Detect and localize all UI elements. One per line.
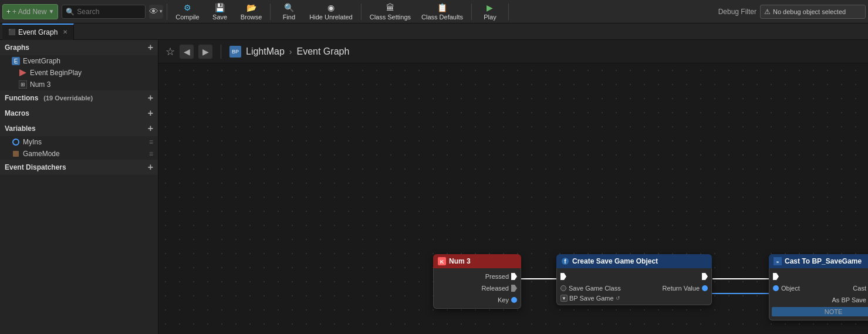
sidebar-item-myins[interactable]: MyIns ≡	[0, 136, 158, 148]
cast-object-row: Object Cast Failed	[769, 282, 868, 294]
svg-text:E: E	[14, 58, 18, 65]
macros-label: Macros	[5, 109, 29, 117]
num3-pressed-exec-pin	[511, 273, 517, 280]
cast-object-pin: Object	[773, 285, 800, 292]
compile-icon: ⚙	[182, 2, 192, 13]
cast-node-title: Cast To BP_SaveGame	[785, 257, 862, 265]
cast-exec-in-pin	[773, 273, 779, 280]
add-graph-button[interactable]: +	[148, 43, 153, 52]
event-graph-tab[interactable]: ⬛ Event Graph ✕	[2, 23, 74, 40]
csgo-reset-icon[interactable]: ↺	[616, 295, 620, 301]
num3-node-title: Num 3	[449, 257, 471, 265]
cast-note-label: NOTE	[825, 308, 843, 315]
play-button[interactable]: ▶ Play	[475, 1, 505, 22]
sidebar-item-num3[interactable]: ⊞ Num 3	[0, 79, 158, 90]
add-function-button[interactable]: +	[148, 93, 153, 103]
gamemode-icon	[12, 150, 20, 158]
view-options-button[interactable]: 👁 ▼	[149, 5, 163, 19]
debug-filter-area: Debug Filter ⚠ No debug object selected	[718, 5, 866, 19]
num3-pressed-label: Pressed	[485, 273, 509, 280]
event-graph-label: EventGraph	[23, 57, 60, 65]
debug-filter-label: Debug Filter	[718, 8, 756, 16]
variables-section-header[interactable]: Variables +	[0, 121, 158, 136]
breadcrumb-back-button[interactable]: ◀	[180, 45, 194, 59]
chevron-down-icon: ▼	[48, 8, 54, 15]
event-begin-play-icon	[19, 69, 27, 77]
debug-filter-dropdown[interactable]: ⚠ No debug object selected	[760, 5, 866, 19]
compile-label: Compile	[175, 14, 199, 21]
graphs-section-header[interactable]: Graphs +	[0, 40, 158, 55]
csgo-exec-in-pin	[560, 273, 566, 280]
num3-pressed-row: Pressed	[434, 271, 521, 282]
cast-as-pin: As BP Save Game	[832, 296, 868, 303]
add-dispatcher-button[interactable]: +	[148, 163, 153, 172]
hide-unrelated-button[interactable]: ◉ Hide Unrelated	[305, 1, 357, 22]
num3-released-pin: Released	[482, 285, 517, 292]
tab-grid-icon: ⬛	[8, 29, 15, 35]
class-settings-icon: 🏛	[385, 2, 396, 13]
blueprint-icon: BP	[229, 46, 241, 58]
separator-4	[471, 4, 472, 20]
num3-node[interactable]: K Num 3 Pressed Released	[433, 254, 521, 309]
class-defaults-button[interactable]: 📋 Class Defaults	[417, 1, 468, 22]
breadcrumb-separator	[221, 45, 221, 59]
sidebar-item-gamemode[interactable]: GameMode ≡	[0, 148, 158, 160]
find-label: Find	[283, 14, 295, 21]
save-label: Save	[212, 14, 227, 21]
save-icon: 💾	[215, 2, 225, 13]
add-new-button[interactable]: + + Add New ▼	[2, 4, 58, 19]
create-save-game-node[interactable]: f Create Save Game Object	[556, 254, 712, 305]
csgo-bp-save-game-sub: ▼ BP Save Game ↺	[557, 294, 711, 302]
svg-text:»: »	[776, 259, 779, 265]
num3-node-body: Pressed Released Key	[433, 268, 521, 309]
create-save-game-title: Create Save Game Object	[572, 257, 658, 265]
breadcrumb-forward-button[interactable]: ▶	[198, 45, 212, 59]
functions-section-header[interactable]: Functions (19 Overridable) +	[0, 90, 158, 106]
save-button[interactable]: 💾 Save	[205, 1, 235, 22]
cast-node-header: » Cast To BP_SaveGame	[769, 254, 868, 268]
tab-close-button[interactable]: ✕	[63, 29, 67, 35]
eye-icon: 👁	[149, 6, 158, 17]
cast-note-bar[interactable]: NOTE	[772, 307, 868, 316]
cast-node[interactable]: » Cast To BP_SaveGame	[769, 254, 868, 320]
chevron-down-icon: ▼	[158, 9, 163, 14]
num3-key-pin: Key	[498, 296, 517, 303]
macros-section-header[interactable]: Macros +	[0, 106, 158, 121]
class-settings-button[interactable]: 🏛 Class Settings	[365, 1, 416, 22]
search-input[interactable]	[77, 8, 141, 16]
event-graph-breadcrumb-label: Event Graph	[297, 46, 350, 57]
find-button[interactable]: 🔍 Find	[274, 1, 303, 22]
separator-3	[361, 4, 362, 20]
browse-icon: 📂	[246, 2, 256, 13]
add-variable-button[interactable]: +	[148, 124, 153, 133]
class-defaults-label: Class Defaults	[421, 14, 463, 21]
play-label: Play	[484, 14, 496, 21]
browse-button[interactable]: 📂 Browse	[236, 1, 267, 22]
sidebar: Graphs + E EventGraph Event BeginPlay	[0, 40, 158, 334]
cast-icon: »	[774, 257, 782, 265]
csgo-exec-out	[702, 273, 708, 280]
myins-visibility-icon[interactable]: ≡	[149, 138, 153, 146]
graph-canvas[interactable]: K Num 3 Pressed Released	[158, 63, 868, 334]
compile-button[interactable]: ⚙ Compile	[171, 1, 204, 22]
arrow-right-icon: ▶	[202, 47, 209, 56]
csgo-save-game-class-label: Save Game Class	[569, 285, 621, 292]
hide-icon: ◉	[326, 2, 336, 13]
cast-as-row: As BP Save Game	[769, 294, 868, 306]
gamemode-visibility-icon[interactable]: ≡	[149, 150, 153, 158]
browse-label: Browse	[241, 14, 262, 21]
event-dispatchers-section-header[interactable]: Event Dispatchers +	[0, 160, 158, 175]
class-defaults-icon: 📋	[437, 2, 447, 13]
cast-object-data-pin	[773, 285, 779, 291]
separator-2	[270, 4, 271, 20]
num3-released-exec-pin	[511, 285, 517, 292]
lightmap-label: LightMap	[246, 46, 285, 57]
bookmark-icon[interactable]: ☆	[166, 45, 175, 58]
sidebar-item-event-graph[interactable]: E EventGraph	[0, 55, 158, 67]
add-macro-button[interactable]: +	[148, 109, 153, 118]
sidebar-item-event-begin-play[interactable]: Event BeginPlay	[0, 67, 158, 79]
csgo-bp-dropdown[interactable]: ▼	[560, 295, 568, 302]
main-area: Graphs + E EventGraph Event BeginPlay	[0, 40, 868, 334]
svg-point-5	[13, 139, 19, 145]
csgo-return-label: Return Value	[663, 285, 700, 292]
